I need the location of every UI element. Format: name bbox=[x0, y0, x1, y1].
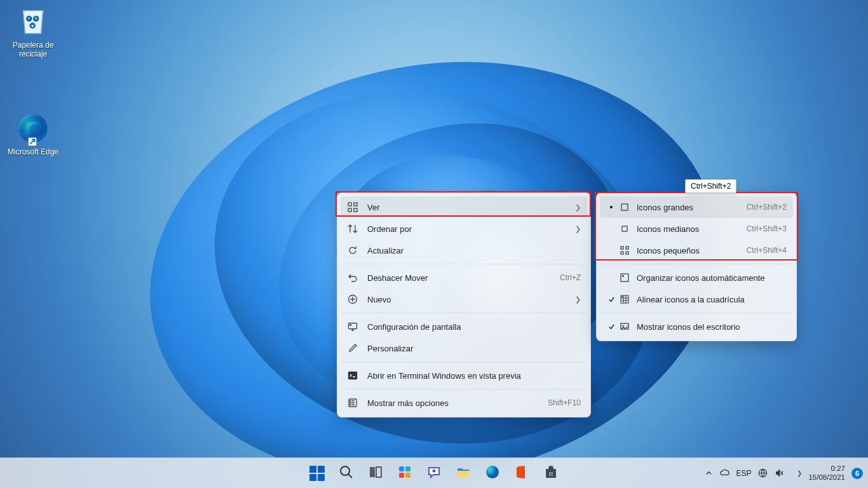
language-indicator[interactable]: ESP bbox=[736, 469, 751, 478]
svg-rect-4 bbox=[354, 208, 357, 212]
svg-rect-29 bbox=[405, 466, 410, 471]
menu-shortcut: Ctrl+Shift+2 bbox=[747, 203, 787, 212]
svg-rect-13 bbox=[621, 204, 628, 210]
menu-shortcut: Shift+F10 bbox=[548, 398, 581, 407]
medium-icons-icon bbox=[619, 223, 630, 234]
desktop[interactable]: Papelera de reciclaje Microsoft Edge Ctr… bbox=[0, 0, 868, 488]
recycle-bin-icon bbox=[17, 5, 50, 38]
display-icon bbox=[347, 321, 358, 332]
svg-rect-7 bbox=[349, 324, 351, 326]
network-icon[interactable] bbox=[757, 468, 768, 478]
volume-icon[interactable] bbox=[774, 468, 784, 478]
menu-item-sort[interactable]: Ordenar por ❯ bbox=[341, 218, 587, 240]
start-button[interactable] bbox=[304, 461, 330, 486]
onedrive-icon[interactable] bbox=[719, 468, 729, 478]
sort-icon bbox=[347, 223, 358, 234]
time-label: 0:27 bbox=[808, 464, 845, 473]
taskbar-chat-button[interactable] bbox=[421, 461, 447, 486]
chevron-right-icon: ❯ bbox=[797, 470, 802, 477]
taskbar-edge-button[interactable] bbox=[480, 461, 505, 486]
svg-rect-1 bbox=[348, 203, 351, 206]
svg-rect-27 bbox=[376, 467, 381, 477]
desktop-icon-label: Papelera de reciclaje bbox=[13, 41, 54, 58]
menu-shortcut: Ctrl+Z bbox=[560, 273, 581, 282]
taskbar-store-button[interactable] bbox=[538, 461, 564, 486]
svg-rect-31 bbox=[405, 473, 410, 478]
view-icon bbox=[347, 201, 358, 213]
menu-label: Ver bbox=[367, 203, 569, 212]
edge-icon bbox=[17, 112, 50, 145]
svg-point-25 bbox=[341, 466, 349, 475]
menu-label: Configuración de pantalla bbox=[367, 322, 581, 332]
desktop-icon-recycle-bin[interactable]: Papelera de reciclaje bbox=[4, 5, 62, 58]
menu-shortcut: Ctrl+Shift+4 bbox=[747, 246, 787, 255]
submenu-item-show-icons[interactable]: Mostrar iconos del escritorio bbox=[600, 316, 793, 337]
taskbar: ESP ❯ 0:27 15/08/2021 6 bbox=[0, 458, 868, 488]
menu-item-refresh[interactable]: Actualizar bbox=[341, 240, 587, 261]
menu-label: Iconos medianos bbox=[637, 224, 734, 234]
menu-separator bbox=[342, 313, 586, 313]
menu-label: Personalizar bbox=[367, 344, 581, 353]
submenu-item-large-icons[interactable]: Iconos grandes Ctrl+Shift+2 bbox=[600, 196, 793, 218]
menu-separator bbox=[342, 389, 586, 390]
align-grid-icon bbox=[619, 294, 630, 305]
menu-label: Alinear iconos a la cuadrícula bbox=[637, 295, 787, 304]
shortcut-arrow-icon bbox=[28, 137, 37, 146]
chevron-right-icon: ❯ bbox=[575, 295, 581, 304]
undo-icon bbox=[347, 272, 358, 283]
small-icons-icon bbox=[619, 245, 630, 256]
notification-badge[interactable]: 6 bbox=[851, 468, 863, 479]
svg-rect-26 bbox=[370, 467, 375, 477]
personalize-icon bbox=[347, 342, 358, 354]
menu-item-more-options[interactable]: Mostrar más opciones Shift+F10 bbox=[341, 392, 587, 414]
taskbar-taskview-button[interactable] bbox=[363, 461, 388, 486]
show-icons-icon bbox=[619, 321, 630, 332]
svg-rect-16 bbox=[626, 247, 628, 249]
submenu-item-auto-arrange[interactable]: Organizar iconos automáticamente bbox=[600, 267, 793, 288]
menu-label: Mostrar iconos del escritorio bbox=[637, 322, 787, 332]
taskbar-office-button[interactable] bbox=[509, 461, 534, 486]
chevron-right-icon: ❯ bbox=[575, 225, 581, 233]
menu-item-new[interactable]: Nuevo ❯ bbox=[341, 288, 587, 310]
taskbar-search-button[interactable] bbox=[334, 461, 359, 486]
svg-rect-8 bbox=[349, 372, 357, 379]
new-icon bbox=[347, 294, 358, 305]
refresh-icon bbox=[347, 245, 358, 256]
menu-label: Actualizar bbox=[367, 246, 581, 255]
svg-rect-20 bbox=[622, 275, 624, 277]
chevron-right-icon: ❯ bbox=[575, 203, 581, 212]
menu-shortcut: Ctrl+Shift+3 bbox=[747, 224, 787, 233]
submenu-item-medium-icons[interactable]: Iconos medianos Ctrl+Shift+3 bbox=[600, 218, 793, 240]
clock[interactable]: 0:27 15/08/2021 bbox=[808, 464, 845, 482]
context-menu: Ver ❯ Ordenar por ❯ Actualizar Deshacer … bbox=[337, 193, 591, 417]
desktop-icon-edge[interactable]: Microsoft Edge bbox=[4, 112, 62, 156]
edge-icon bbox=[485, 464, 500, 482]
checkmark-icon bbox=[606, 323, 616, 330]
svg-rect-37 bbox=[552, 474, 553, 476]
more-options-icon bbox=[347, 397, 358, 409]
taskbar-center bbox=[304, 461, 564, 486]
svg-rect-30 bbox=[399, 473, 404, 478]
menu-item-undo[interactable]: Deshacer Mover Ctrl+Z bbox=[341, 267, 587, 288]
office-icon bbox=[514, 464, 529, 482]
menu-item-display-settings[interactable]: Configuración de pantalla bbox=[341, 316, 587, 337]
taskbar-explorer-button[interactable] bbox=[451, 461, 476, 486]
taskbar-widgets-button[interactable] bbox=[392, 461, 417, 486]
widgets-icon bbox=[397, 464, 412, 482]
submenu-item-small-icons[interactable]: Iconos pequeños Ctrl+Shift+4 bbox=[600, 240, 793, 261]
menu-item-terminal[interactable]: Abrir en Terminal Windows en vista previ… bbox=[341, 365, 587, 386]
menu-separator bbox=[342, 362, 586, 362]
system-tray: ESP ❯ 0:27 15/08/2021 6 bbox=[704, 464, 863, 482]
menu-item-personalize[interactable]: Personalizar bbox=[341, 337, 587, 359]
submenu-item-align-grid[interactable]: Alinear iconos a la cuadrícula bbox=[600, 288, 793, 310]
svg-point-24 bbox=[623, 325, 625, 327]
svg-rect-35 bbox=[552, 472, 553, 474]
svg-rect-2 bbox=[354, 203, 357, 206]
svg-rect-18 bbox=[626, 252, 628, 254]
menu-item-view[interactable]: Ver ❯ bbox=[341, 196, 587, 218]
menu-separator bbox=[601, 313, 792, 313]
tray-overflow-button[interactable] bbox=[704, 470, 713, 477]
svg-point-10 bbox=[349, 400, 350, 401]
large-icons-icon bbox=[619, 201, 630, 213]
view-submenu: Iconos grandes Ctrl+Shift+2 Iconos media… bbox=[596, 193, 797, 341]
